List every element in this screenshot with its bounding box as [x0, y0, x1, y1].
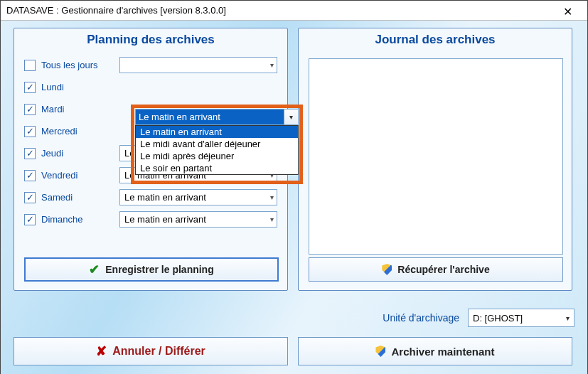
planning-title: Planning des archives	[14, 28, 287, 54]
label-jeudi: Jeudi	[41, 148, 119, 159]
label-dimanche: Dimanche	[41, 214, 119, 225]
combo-dimanche-value: Le matin en arrivant	[124, 214, 206, 225]
archive-now-button[interactable]: Archiver maintenant	[298, 337, 572, 365]
journal-log[interactable]	[309, 58, 563, 255]
dropdown-selected-text: Le matin en arrivant	[136, 109, 284, 124]
archive-unit-row: Unité d'archivage D: [GHOST] ▾	[383, 309, 574, 327]
combo-dimanche[interactable]: Le matin en arrivant ▾	[119, 211, 277, 228]
checkbox-dimanche[interactable]	[24, 214, 36, 225]
journal-title: Journal des archives	[299, 28, 572, 54]
checkbox-lundi[interactable]	[24, 82, 36, 93]
checkbox-vendredi[interactable]	[24, 170, 36, 181]
time-dropdown-open: Le matin en arrivant ▾ Le matin en arriv…	[135, 109, 299, 175]
archive-unit-label: Unité d'archivage	[383, 312, 459, 324]
journal-group: Journal des archives Récupérer l'archive	[298, 28, 572, 291]
row-samedi: Samedi Le matin en arrivant ▾	[24, 186, 277, 208]
row-lundi: Lundi	[24, 76, 277, 98]
checkbox-samedi[interactable]	[24, 192, 36, 203]
checkbox-mardi[interactable]	[24, 104, 36, 115]
checkbox-jeudi[interactable]	[24, 148, 36, 159]
label-vendredi: Vendredi	[41, 170, 119, 181]
chevron-down-icon[interactable]: ▾	[284, 109, 298, 124]
dropdown-option[interactable]: Le soir en partant	[136, 162, 298, 174]
chevron-down-icon: ▾	[270, 215, 274, 223]
save-planning-button[interactable]: ✔ Enregistrer le planning	[24, 257, 279, 282]
app-window: DATASAVE : Gestionnaire d'archives [vers…	[0, 0, 588, 374]
combo-samedi[interactable]: Le matin en arrivant ▾	[119, 189, 277, 205]
title-bar: DATASAVE : Gestionnaire d'archives [vers…	[1, 1, 587, 21]
cancel-button[interactable]: ✘ Annuler / Différer	[14, 337, 288, 365]
row-dimanche: Dimanche Le matin en arrivant ▾	[24, 208, 277, 230]
label-mardi: Mardi	[41, 104, 119, 114]
planning-group: Planning des archives Tous les jours ▾ L…	[14, 28, 288, 291]
label-samedi: Samedi	[41, 192, 119, 203]
label-lundi: Lundi	[41, 82, 119, 92]
window-title: DATASAVE : Gestionnaire d'archives [vers…	[6, 1, 226, 21]
cross-icon: ✘	[96, 343, 107, 359]
combo-everyday[interactable]: ▾	[119, 57, 277, 73]
dropdown-option[interactable]: Le matin en arrivant	[136, 126, 298, 138]
dropdown-option[interactable]: Le midi avant d'aller déjeuner	[136, 138, 298, 150]
client-area: Planning des archives Tous les jours ▾ L…	[1, 21, 587, 374]
save-planning-label: Enregistrer le planning	[105, 264, 213, 275]
checkbox-mercredi[interactable]	[24, 126, 36, 137]
shield-icon	[375, 346, 385, 357]
combo-samedi-value: Le matin en arrivant	[124, 192, 206, 203]
cancel-label: Annuler / Différer	[112, 345, 205, 358]
chevron-down-icon: ▾	[270, 193, 274, 201]
close-button[interactable]: ✕	[553, 2, 582, 19]
label-mercredi: Mercredi	[41, 126, 119, 137]
row-everyday: Tous les jours ▾	[24, 54, 277, 76]
recover-archive-button[interactable]: Récupérer l'archive	[309, 257, 563, 282]
shield-icon	[382, 264, 392, 275]
archive-now-label: Archiver maintenant	[391, 346, 494, 358]
archive-unit-select[interactable]: D: [GHOST] ▾	[468, 309, 574, 327]
recover-archive-label: Récupérer l'archive	[397, 264, 489, 275]
dropdown-selected[interactable]: Le matin en arrivant ▾	[135, 109, 299, 125]
label-everyday: Tous les jours	[41, 60, 119, 70]
checkbox-everyday[interactable]	[24, 60, 36, 71]
chevron-down-icon: ▾	[270, 61, 274, 69]
dropdown-option[interactable]: Le midi après déjeuner	[136, 150, 298, 162]
check-icon: ✔	[89, 262, 100, 277]
chevron-down-icon: ▾	[566, 314, 570, 322]
archive-unit-value: D: [GHOST]	[473, 313, 523, 324]
dropdown-list: Le matin en arrivant Le midi avant d'all…	[135, 125, 299, 175]
